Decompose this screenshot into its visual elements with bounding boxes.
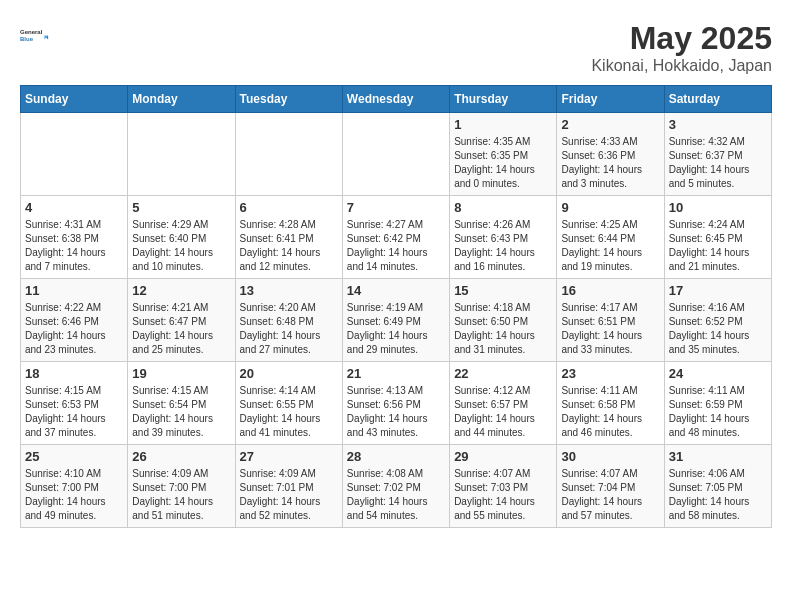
calendar-week-3: 11Sunrise: 4:22 AM Sunset: 6:46 PM Dayli…: [21, 279, 772, 362]
day-info: Sunrise: 4:35 AM Sunset: 6:35 PM Dayligh…: [454, 135, 552, 191]
day-number: 17: [669, 283, 767, 298]
day-info: Sunrise: 4:17 AM Sunset: 6:51 PM Dayligh…: [561, 301, 659, 357]
day-info: Sunrise: 4:29 AM Sunset: 6:40 PM Dayligh…: [132, 218, 230, 274]
calendar-cell: 17Sunrise: 4:16 AM Sunset: 6:52 PM Dayli…: [664, 279, 771, 362]
day-info: Sunrise: 4:26 AM Sunset: 6:43 PM Dayligh…: [454, 218, 552, 274]
calendar-cell: 28Sunrise: 4:08 AM Sunset: 7:02 PM Dayli…: [342, 445, 449, 528]
day-header-sunday: Sunday: [21, 86, 128, 113]
day-number: 9: [561, 200, 659, 215]
calendar-cell: 16Sunrise: 4:17 AM Sunset: 6:51 PM Dayli…: [557, 279, 664, 362]
calendar-cell: 23Sunrise: 4:11 AM Sunset: 6:58 PM Dayli…: [557, 362, 664, 445]
day-info: Sunrise: 4:16 AM Sunset: 6:52 PM Dayligh…: [669, 301, 767, 357]
day-info: Sunrise: 4:19 AM Sunset: 6:49 PM Dayligh…: [347, 301, 445, 357]
calendar-cell: 29Sunrise: 4:07 AM Sunset: 7:03 PM Dayli…: [450, 445, 557, 528]
calendar-cell: 10Sunrise: 4:24 AM Sunset: 6:45 PM Dayli…: [664, 196, 771, 279]
day-info: Sunrise: 4:10 AM Sunset: 7:00 PM Dayligh…: [25, 467, 123, 523]
day-number: 7: [347, 200, 445, 215]
day-info: Sunrise: 4:06 AM Sunset: 7:05 PM Dayligh…: [669, 467, 767, 523]
svg-text:General: General: [20, 29, 43, 35]
day-number: 16: [561, 283, 659, 298]
calendar-week-5: 25Sunrise: 4:10 AM Sunset: 7:00 PM Dayli…: [21, 445, 772, 528]
calendar-cell: 4Sunrise: 4:31 AM Sunset: 6:38 PM Daylig…: [21, 196, 128, 279]
day-info: Sunrise: 4:14 AM Sunset: 6:55 PM Dayligh…: [240, 384, 338, 440]
day-number: 29: [454, 449, 552, 464]
day-number: 3: [669, 117, 767, 132]
day-number: 22: [454, 366, 552, 381]
svg-text:Blue: Blue: [20, 36, 34, 42]
day-info: Sunrise: 4:25 AM Sunset: 6:44 PM Dayligh…: [561, 218, 659, 274]
day-info: Sunrise: 4:21 AM Sunset: 6:47 PM Dayligh…: [132, 301, 230, 357]
day-number: 14: [347, 283, 445, 298]
day-info: Sunrise: 4:09 AM Sunset: 7:01 PM Dayligh…: [240, 467, 338, 523]
calendar-cell: 31Sunrise: 4:06 AM Sunset: 7:05 PM Dayli…: [664, 445, 771, 528]
day-number: 6: [240, 200, 338, 215]
day-number: 28: [347, 449, 445, 464]
calendar-table: SundayMondayTuesdayWednesdayThursdayFrid…: [20, 85, 772, 528]
day-number: 18: [25, 366, 123, 381]
day-info: Sunrise: 4:11 AM Sunset: 6:58 PM Dayligh…: [561, 384, 659, 440]
day-info: Sunrise: 4:07 AM Sunset: 7:04 PM Dayligh…: [561, 467, 659, 523]
calendar-cell: 12Sunrise: 4:21 AM Sunset: 6:47 PM Dayli…: [128, 279, 235, 362]
day-info: Sunrise: 4:33 AM Sunset: 6:36 PM Dayligh…: [561, 135, 659, 191]
day-info: Sunrise: 4:28 AM Sunset: 6:41 PM Dayligh…: [240, 218, 338, 274]
day-number: 26: [132, 449, 230, 464]
day-header-tuesday: Tuesday: [235, 86, 342, 113]
day-info: Sunrise: 4:31 AM Sunset: 6:38 PM Dayligh…: [25, 218, 123, 274]
day-info: Sunrise: 4:09 AM Sunset: 7:00 PM Dayligh…: [132, 467, 230, 523]
day-number: 8: [454, 200, 552, 215]
day-info: Sunrise: 4:07 AM Sunset: 7:03 PM Dayligh…: [454, 467, 552, 523]
page-header: GeneralBlue May 2025 Kikonai, Hokkaido, …: [20, 20, 772, 75]
days-header-row: SundayMondayTuesdayWednesdayThursdayFrid…: [21, 86, 772, 113]
day-info: Sunrise: 4:24 AM Sunset: 6:45 PM Dayligh…: [669, 218, 767, 274]
day-number: 19: [132, 366, 230, 381]
calendar-cell: [342, 113, 449, 196]
day-number: 4: [25, 200, 123, 215]
day-info: Sunrise: 4:22 AM Sunset: 6:46 PM Dayligh…: [25, 301, 123, 357]
day-number: 21: [347, 366, 445, 381]
day-number: 24: [669, 366, 767, 381]
calendar-week-4: 18Sunrise: 4:15 AM Sunset: 6:53 PM Dayli…: [21, 362, 772, 445]
day-number: 2: [561, 117, 659, 132]
logo-icon: GeneralBlue: [20, 20, 50, 50]
day-number: 11: [25, 283, 123, 298]
calendar-cell: 11Sunrise: 4:22 AM Sunset: 6:46 PM Dayli…: [21, 279, 128, 362]
day-header-wednesday: Wednesday: [342, 86, 449, 113]
day-number: 10: [669, 200, 767, 215]
day-info: Sunrise: 4:08 AM Sunset: 7:02 PM Dayligh…: [347, 467, 445, 523]
calendar-title: May 2025: [591, 20, 772, 57]
calendar-cell: 22Sunrise: 4:12 AM Sunset: 6:57 PM Dayli…: [450, 362, 557, 445]
calendar-cell: 6Sunrise: 4:28 AM Sunset: 6:41 PM Daylig…: [235, 196, 342, 279]
calendar-cell: 26Sunrise: 4:09 AM Sunset: 7:00 PM Dayli…: [128, 445, 235, 528]
calendar-subtitle: Kikonai, Hokkaido, Japan: [591, 57, 772, 75]
day-info: Sunrise: 4:11 AM Sunset: 6:59 PM Dayligh…: [669, 384, 767, 440]
day-info: Sunrise: 4:12 AM Sunset: 6:57 PM Dayligh…: [454, 384, 552, 440]
day-number: 23: [561, 366, 659, 381]
day-number: 25: [25, 449, 123, 464]
calendar-cell: 30Sunrise: 4:07 AM Sunset: 7:04 PM Dayli…: [557, 445, 664, 528]
day-number: 13: [240, 283, 338, 298]
day-info: Sunrise: 4:15 AM Sunset: 6:53 PM Dayligh…: [25, 384, 123, 440]
calendar-cell: [21, 113, 128, 196]
calendar-cell: 20Sunrise: 4:14 AM Sunset: 6:55 PM Dayli…: [235, 362, 342, 445]
day-header-saturday: Saturday: [664, 86, 771, 113]
day-info: Sunrise: 4:32 AM Sunset: 6:37 PM Dayligh…: [669, 135, 767, 191]
calendar-cell: 13Sunrise: 4:20 AM Sunset: 6:48 PM Dayli…: [235, 279, 342, 362]
day-number: 30: [561, 449, 659, 464]
day-number: 12: [132, 283, 230, 298]
title-section: May 2025 Kikonai, Hokkaido, Japan: [591, 20, 772, 75]
day-info: Sunrise: 4:20 AM Sunset: 6:48 PM Dayligh…: [240, 301, 338, 357]
day-number: 1: [454, 117, 552, 132]
day-number: 20: [240, 366, 338, 381]
calendar-week-1: 1Sunrise: 4:35 AM Sunset: 6:35 PM Daylig…: [21, 113, 772, 196]
calendar-cell: 15Sunrise: 4:18 AM Sunset: 6:50 PM Dayli…: [450, 279, 557, 362]
day-info: Sunrise: 4:27 AM Sunset: 6:42 PM Dayligh…: [347, 218, 445, 274]
calendar-cell: 21Sunrise: 4:13 AM Sunset: 6:56 PM Dayli…: [342, 362, 449, 445]
calendar-cell: 18Sunrise: 4:15 AM Sunset: 6:53 PM Dayli…: [21, 362, 128, 445]
calendar-cell: 19Sunrise: 4:15 AM Sunset: 6:54 PM Dayli…: [128, 362, 235, 445]
calendar-cell: 5Sunrise: 4:29 AM Sunset: 6:40 PM Daylig…: [128, 196, 235, 279]
logo: GeneralBlue: [20, 20, 50, 50]
calendar-cell: 25Sunrise: 4:10 AM Sunset: 7:00 PM Dayli…: [21, 445, 128, 528]
day-header-thursday: Thursday: [450, 86, 557, 113]
calendar-cell: [128, 113, 235, 196]
day-info: Sunrise: 4:15 AM Sunset: 6:54 PM Dayligh…: [132, 384, 230, 440]
